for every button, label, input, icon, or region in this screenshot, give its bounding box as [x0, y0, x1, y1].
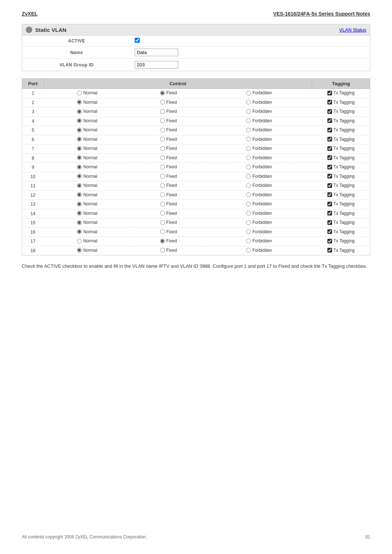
port-11-tx-tagging-checkbox[interactable] — [327, 183, 332, 188]
port-18-forbidden-radio[interactable] — [246, 248, 251, 253]
active-value[interactable] — [131, 38, 370, 44]
port-7-normal-radio[interactable] — [77, 146, 82, 151]
port-14-fixed[interactable]: Fixed — [131, 209, 206, 218]
port-2-normal-radio[interactable] — [77, 100, 82, 104]
port-13-normal-radio[interactable] — [77, 202, 82, 206]
port-17-normal[interactable]: Normal — [44, 237, 131, 246]
port-8-tagging[interactable]: Tx Tagging — [312, 153, 370, 163]
port-4-forbidden[interactable]: Forbidden — [206, 116, 312, 126]
port-8-fixed-radio[interactable] — [160, 155, 165, 160]
port-15-fixed[interactable]: Fixed — [131, 218, 206, 228]
port-15-fixed-radio[interactable] — [160, 220, 165, 225]
port-4-tagging[interactable]: Tx Tagging — [312, 116, 370, 126]
port-16-fixed-radio[interactable] — [160, 229, 165, 234]
port-1-tagging[interactable]: Tx Tagging — [312, 89, 370, 98]
port-16-tagging[interactable]: Tx Tagging — [312, 227, 370, 237]
port-14-forbidden[interactable]: Forbidden — [206, 209, 312, 218]
port-6-tx-tagging-checkbox[interactable] — [327, 137, 332, 141]
port-15-normal-radio[interactable] — [77, 220, 82, 225]
port-9-normal[interactable]: Normal — [44, 163, 131, 172]
port-17-tx-tagging-checkbox[interactable] — [327, 239, 332, 243]
vlan-status-link[interactable]: VLAN Status — [339, 27, 366, 33]
port-12-fixed[interactable]: Fixed — [131, 190, 206, 200]
port-9-fixed[interactable]: Fixed — [131, 163, 206, 172]
port-18-normal[interactable]: Normal — [44, 246, 131, 255]
port-2-fixed[interactable]: Fixed — [131, 98, 206, 107]
port-11-tagging[interactable]: Tx Tagging — [312, 181, 370, 191]
port-4-forbidden-radio[interactable] — [246, 118, 251, 123]
port-14-tx-tagging-checkbox[interactable] — [327, 211, 332, 216]
port-16-forbidden-radio[interactable] — [246, 229, 251, 234]
port-12-normal[interactable]: Normal — [44, 190, 131, 200]
port-1-tx-tagging-checkbox[interactable] — [327, 91, 332, 95]
port-5-forbidden[interactable]: Forbidden — [206, 126, 312, 135]
port-4-normal-radio[interactable] — [77, 118, 82, 123]
port-2-tagging[interactable]: Tx Tagging — [312, 98, 370, 107]
name-value[interactable] — [131, 49, 370, 56]
port-1-normal-radio[interactable] — [77, 91, 82, 95]
port-15-tagging[interactable]: Tx Tagging — [312, 218, 370, 228]
port-13-forbidden[interactable]: Forbidden — [206, 200, 312, 209]
port-12-forbidden-radio[interactable] — [246, 192, 251, 197]
port-4-fixed-radio[interactable] — [160, 118, 165, 123]
port-16-tx-tagging-checkbox[interactable] — [327, 229, 332, 234]
port-12-tx-tagging-checkbox[interactable] — [327, 192, 332, 197]
port-12-forbidden[interactable]: Forbidden — [206, 190, 312, 200]
port-9-normal-radio[interactable] — [77, 165, 82, 169]
port-10-forbidden-radio[interactable] — [246, 174, 251, 178]
port-5-normal[interactable]: Normal — [44, 126, 131, 135]
port-3-tx-tagging-checkbox[interactable] — [327, 109, 332, 114]
port-2-normal[interactable]: Normal — [44, 98, 131, 107]
port-2-fixed-radio[interactable] — [160, 100, 165, 104]
port-18-tx-tagging-checkbox[interactable] — [327, 248, 332, 253]
port-14-forbidden-radio[interactable] — [246, 211, 251, 216]
vlan-group-id-input[interactable] — [135, 61, 178, 69]
port-17-normal-radio[interactable] — [77, 239, 82, 243]
port-11-fixed[interactable]: Fixed — [131, 181, 206, 191]
port-11-forbidden-radio[interactable] — [246, 183, 251, 188]
port-7-forbidden[interactable]: Forbidden — [206, 144, 312, 154]
port-14-normal[interactable]: Normal — [44, 209, 131, 218]
port-11-forbidden[interactable]: Forbidden — [206, 181, 312, 191]
port-1-forbidden-radio[interactable] — [246, 91, 251, 95]
port-7-fixed-radio[interactable] — [160, 146, 165, 151]
port-18-fixed-radio[interactable] — [160, 248, 165, 253]
port-1-fixed-radio[interactable] — [160, 91, 165, 95]
port-5-normal-radio[interactable] — [77, 128, 82, 132]
port-17-fixed-radio[interactable] — [160, 239, 165, 243]
port-12-tagging[interactable]: Tx Tagging — [312, 190, 370, 200]
port-1-normal[interactable]: Normal — [44, 89, 131, 98]
port-10-fixed[interactable]: Fixed — [131, 172, 206, 181]
port-8-normal-radio[interactable] — [77, 155, 82, 160]
port-16-fixed[interactable]: Fixed — [131, 227, 206, 237]
port-2-forbidden-radio[interactable] — [246, 100, 251, 104]
port-3-tagging[interactable]: Tx Tagging — [312, 107, 370, 117]
port-3-forbidden-radio[interactable] — [246, 109, 251, 114]
port-11-normal-radio[interactable] — [77, 183, 82, 188]
port-4-normal[interactable]: Normal — [44, 116, 131, 126]
port-9-tx-tagging-checkbox[interactable] — [327, 165, 332, 169]
port-6-forbidden-radio[interactable] — [246, 137, 251, 141]
port-17-tagging[interactable]: Tx Tagging — [312, 237, 370, 246]
port-8-forbidden-radio[interactable] — [246, 155, 251, 160]
port-18-tagging[interactable]: Tx Tagging — [312, 246, 370, 255]
port-8-fixed[interactable]: Fixed — [131, 153, 206, 163]
port-3-forbidden[interactable]: Forbidden — [206, 107, 312, 117]
port-8-normal[interactable]: Normal — [44, 153, 131, 163]
port-9-tagging[interactable]: Tx Tagging — [312, 163, 370, 172]
port-10-fixed-radio[interactable] — [160, 174, 165, 178]
port-5-fixed-radio[interactable] — [160, 128, 165, 132]
port-8-forbidden[interactable]: Forbidden — [206, 153, 312, 163]
port-15-forbidden[interactable]: Forbidden — [206, 218, 312, 228]
port-10-tx-tagging-checkbox[interactable] — [327, 174, 332, 178]
port-15-tx-tagging-checkbox[interactable] — [327, 220, 332, 225]
port-5-forbidden-radio[interactable] — [246, 128, 251, 132]
port-4-fixed[interactable]: Fixed — [131, 116, 206, 126]
port-16-normal-radio[interactable] — [77, 229, 82, 234]
port-11-normal[interactable]: Normal — [44, 181, 131, 191]
port-5-tagging[interactable]: Tx Tagging — [312, 126, 370, 135]
port-14-fixed-radio[interactable] — [160, 211, 165, 216]
vlan-group-id-value[interactable] — [131, 61, 370, 69]
port-18-forbidden[interactable]: Forbidden — [206, 246, 312, 255]
port-3-fixed[interactable]: Fixed — [131, 107, 206, 117]
